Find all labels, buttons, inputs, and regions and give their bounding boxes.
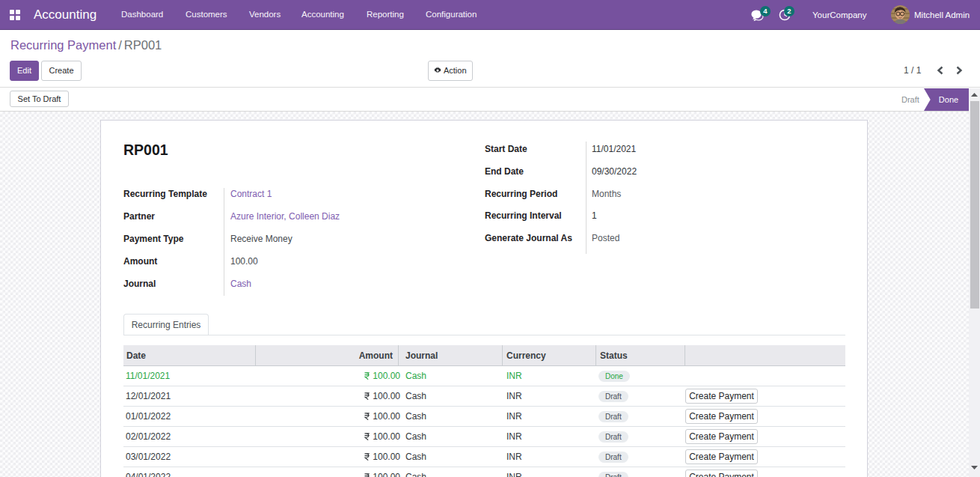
svg-text:Done: Done <box>939 95 958 104</box>
